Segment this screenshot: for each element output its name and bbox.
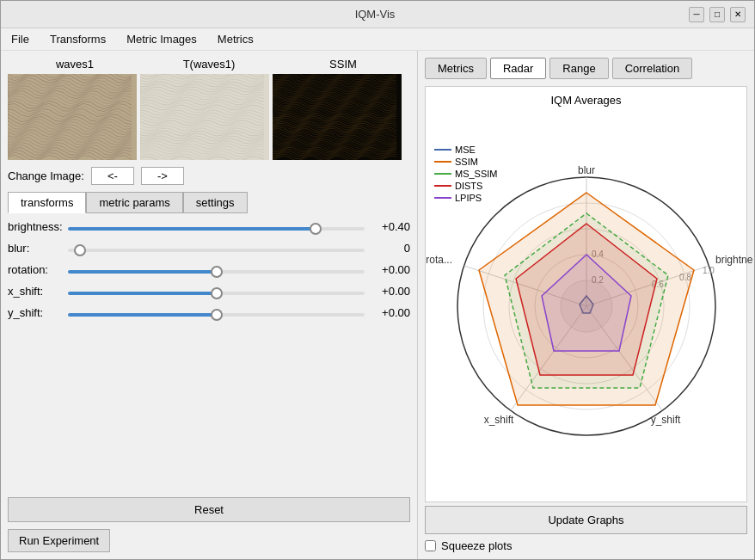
xshift-label: x_shift:	[8, 285, 68, 298]
brightness-value: +0.40	[371, 220, 410, 233]
reset-button[interactable]: Reset	[8, 497, 410, 522]
legend-ssim-label: SSIM	[455, 157, 478, 167]
brightness-row: brightness: +0.40	[8, 220, 410, 233]
legend-mse: MSE	[434, 145, 498, 155]
legend-lpips: LPIPS	[434, 193, 498, 203]
metric-tabs: Metrics Radar Range Correlation	[425, 58, 747, 79]
tab-range[interactable]: Range	[549, 58, 608, 79]
rotation-slider-wrapper	[68, 263, 365, 276]
legend-ssim-line	[434, 161, 451, 163]
image-labels: waves1 T(waves1) SSIM	[8, 58, 410, 71]
image-label-twaves1: T(waves1)	[144, 58, 273, 71]
window-controls: ─ □ ✕	[689, 7, 746, 22]
squeeze-plots-row: Squeeze plots	[425, 539, 747, 552]
radar-container: MSE SSIM MS_SSIM DISTS	[426, 110, 746, 502]
blur-row: blur: 0	[8, 242, 410, 255]
menu-metrics[interactable]: Metrics	[214, 31, 257, 47]
tab-metrics[interactable]: Metrics	[425, 58, 487, 79]
legend-mse-line	[434, 149, 451, 151]
xshift-row: x_shift: +0.00	[8, 285, 410, 298]
radar-chart: blur brightne y_shift x_shift rota... 0.…	[440, 169, 733, 444]
blur-label: blur:	[8, 242, 68, 255]
image-ssim	[273, 74, 402, 160]
change-image-row: Change Image: <- ->	[8, 167, 410, 185]
update-graphs-button[interactable]: Update Graphs	[425, 506, 747, 534]
change-image-label: Change Image:	[8, 169, 84, 182]
brightness-slider-wrapper	[68, 220, 365, 233]
svg-text:blur: blur	[577, 164, 594, 176]
brightness-slider[interactable]	[68, 227, 365, 231]
image-twaves1	[140, 74, 269, 160]
brightness-label: brightness:	[8, 220, 68, 233]
blur-value: 0	[371, 242, 410, 255]
svg-text:1.0: 1.0	[703, 266, 715, 275]
rotation-slider[interactable]	[68, 270, 365, 274]
image-label-waves1: waves1	[10, 58, 139, 71]
next-image-button[interactable]: ->	[141, 167, 184, 185]
tab-settings[interactable]: settings	[183, 192, 248, 213]
blur-slider-wrapper	[68, 242, 365, 255]
tab-correlation[interactable]: Correlation	[612, 58, 693, 79]
run-experiment-button[interactable]: Run Experiment	[8, 529, 110, 552]
legend-ms-ssim-line	[434, 173, 451, 175]
yshift-slider-wrapper	[68, 306, 365, 319]
left-panel: waves1 T(waves1) SSIM Change Image: <	[1, 51, 418, 559]
yshift-value: +0.00	[371, 306, 410, 319]
maximize-button[interactable]: □	[709, 7, 725, 22]
run-experiment-area: Run Experiment	[8, 529, 410, 552]
close-button[interactable]: ✕	[730, 7, 746, 22]
legend-lpips-line	[434, 197, 451, 199]
menu-metric-images[interactable]: Metric Images	[123, 31, 200, 47]
menu-transforms[interactable]: Transforms	[46, 31, 109, 47]
main-window: IQM-Vis ─ □ ✕ File Transforms Metric Ima…	[0, 0, 755, 560]
legend-lpips-label: LPIPS	[455, 193, 482, 203]
transform-tabs: transforms metric params settings	[8, 192, 410, 213]
yshift-row: y_shift: +0.00	[8, 306, 410, 319]
xshift-slider-wrapper	[68, 285, 365, 298]
yshift-slider[interactable]	[68, 313, 365, 317]
svg-text:y_shift: y_shift	[650, 414, 680, 426]
squeeze-plots-checkbox[interactable]	[425, 540, 436, 551]
chart-title: IQM Averages	[550, 94, 621, 107]
rotation-row: rotation: +0.00	[8, 263, 410, 276]
title-bar: IQM-Vis ─ □ ✕	[1, 1, 754, 28]
tab-radar[interactable]: Radar	[490, 58, 546, 79]
svg-text:rota...: rota...	[426, 254, 452, 266]
legend-dists-line	[434, 185, 451, 187]
menu-file[interactable]: File	[8, 31, 33, 47]
xshift-value: +0.00	[371, 285, 410, 298]
images-row	[8, 74, 410, 160]
legend: MSE SSIM MS_SSIM DISTS	[434, 145, 498, 205]
right-panel: Metrics Radar Range Correlation IQM Aver…	[418, 51, 754, 559]
yshift-label: y_shift:	[8, 306, 68, 319]
sliders-section: brightness: +0.40 blur: 0 rotation:	[8, 220, 410, 497]
image-label-ssim: SSIM	[279, 58, 408, 71]
rotation-value: +0.00	[371, 263, 410, 276]
window-title: IQM-Vis	[61, 8, 689, 21]
xshift-slider[interactable]	[68, 292, 365, 295]
legend-ms-ssim: MS_SSIM	[434, 169, 498, 179]
legend-ssim: SSIM	[434, 157, 498, 167]
legend-dists: DISTS	[434, 181, 498, 191]
chart-area: IQM Averages MSE SSIM	[425, 86, 747, 502]
tab-metric-params[interactable]: metric params	[86, 192, 182, 213]
blur-slider[interactable]	[68, 249, 365, 252]
legend-ms-ssim-label: MS_SSIM	[455, 169, 498, 179]
main-content: waves1 T(waves1) SSIM Change Image: <	[1, 51, 754, 559]
menu-bar: File Transforms Metric Images Metrics	[1, 28, 754, 51]
svg-text:x_shift: x_shift	[483, 414, 513, 426]
rotation-label: rotation:	[8, 263, 68, 276]
minimize-button[interactable]: ─	[689, 7, 704, 22]
prev-image-button[interactable]: <-	[91, 167, 134, 185]
tab-transforms[interactable]: transforms	[8, 192, 86, 213]
squeeze-plots-label: Squeeze plots	[441, 539, 512, 552]
svg-text:brightne: brightne	[715, 254, 753, 266]
legend-mse-label: MSE	[455, 145, 476, 155]
image-waves1	[8, 74, 137, 160]
legend-dists-label: DISTS	[455, 181, 482, 191]
